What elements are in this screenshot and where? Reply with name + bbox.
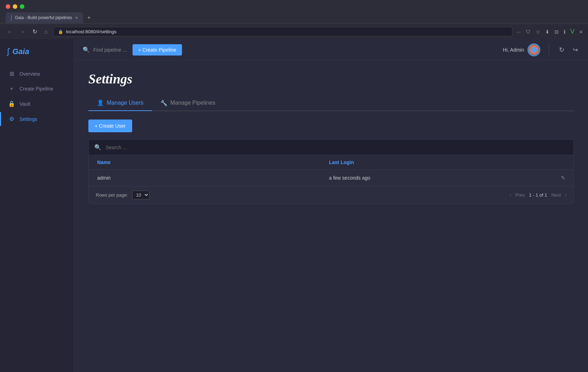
sidebar-item-label: Overview <box>19 71 40 77</box>
greeting-text: Hi, Admin <box>503 47 524 53</box>
browser-tabbar: ʃ Gaia - Build powerful pipelines ✕ + <box>0 12 588 24</box>
sidebar-item-settings[interactable]: ⚙ Settings <box>0 112 74 126</box>
browser-tab-active[interactable]: ʃ Gaia - Build powerful pipelines ✕ <box>6 12 83 23</box>
lock-icon: 🔒 <box>58 29 63 34</box>
tab-manage-users[interactable]: 👤 Manage Users <box>88 95 152 111</box>
header-refresh-button[interactable]: ↻ <box>558 45 566 55</box>
traffic-maximize[interactable] <box>20 4 24 9</box>
traffic-close[interactable] <box>6 4 10 9</box>
url-text: localhost:8080/#/settings <box>66 29 117 34</box>
app-header: 🔍 Find pipeline ... + Create Pipeline Hi… <box>74 39 588 60</box>
create-user-button-label: + Create User <box>95 123 126 129</box>
page-title: Settings <box>88 71 574 87</box>
column-header-last-login: Last Login <box>321 155 552 169</box>
create-pipeline-button-label: + Create Pipeline <box>138 47 176 53</box>
forward-button[interactable]: → <box>18 28 27 36</box>
table-header: Name Last Login <box>89 155 574 170</box>
next-button[interactable]: Next <box>551 192 561 198</box>
sidebar-item-label: Create Pipeline <box>19 86 53 92</box>
main-content: Settings 👤 Manage Users 🔧 Manage Pipelin… <box>74 60 588 372</box>
extensions-icon: ··· <box>517 29 521 35</box>
sidebar-item-vault[interactable]: 🔒 Vault <box>0 97 74 111</box>
prev-button[interactable]: Prev <box>515 192 525 198</box>
user-avatar[interactable] <box>528 43 540 56</box>
sidebar-nav: ⊞ Overview + Create Pipeline 🔒 Vault ⚙ S… <box>0 64 74 129</box>
manage-users-tab-label: Manage Users <box>107 100 143 106</box>
column-header-name: Name <box>89 155 321 169</box>
tabs-icon: ⊟ <box>554 29 559 35</box>
header-search[interactable]: 🔍 Find pipeline ... <box>83 46 127 53</box>
new-tab-button[interactable]: + <box>83 12 95 24</box>
tab-close-button[interactable]: ✕ <box>75 16 78 20</box>
overview-icon: ⊞ <box>8 70 15 77</box>
vault-icon: 🔒 <box>8 100 15 107</box>
sidebar-item-label: Settings <box>19 116 37 122</box>
info-icon: ℹ <box>564 29 565 35</box>
table-search-input[interactable] <box>106 145 568 150</box>
header-user: Hi, Admin <box>503 43 540 56</box>
table-row: admin a few seconds ago ✎ <box>89 170 574 186</box>
right-panel: 🔍 Find pipeline ... + Create Pipeline Hi… <box>74 39 588 372</box>
refresh-button[interactable]: ↻ <box>31 28 39 36</box>
prev-arrow-icon: ‹ <box>510 193 511 198</box>
browser-addressbar: ← → ↻ ⌂ 🔒 localhost:8080/#/settings ··· … <box>0 24 588 39</box>
pagination-info: 1 - 1 of 1 <box>529 192 547 198</box>
rows-per-page-select[interactable]: 10 25 50 <box>132 191 149 199</box>
menu-icon: ≡ <box>580 29 582 35</box>
manage-pipelines-tab-label: Manage Pipelines <box>170 100 215 106</box>
create-pipeline-button[interactable]: + Create Pipeline <box>133 44 182 56</box>
traffic-minimize[interactable] <box>13 4 17 9</box>
header-logout-button[interactable]: ↪ <box>571 45 580 55</box>
table-search[interactable]: 🔍 <box>89 140 574 155</box>
cell-name: admin <box>89 170 321 186</box>
logo-text: Gaia <box>12 47 29 56</box>
table-search-icon: 🔍 <box>94 144 101 151</box>
star-icon: ☆ <box>536 29 540 35</box>
cell-actions: ✎ <box>552 170 574 186</box>
browser-chrome: ʃ Gaia - Build powerful pipelines ✕ + ← … <box>0 0 588 39</box>
app-container: ʃ Gaia ⊞ Overview + Create Pipeline 🔒 Va… <box>0 39 588 372</box>
sidebar-logo[interactable]: ʃ Gaia <box>0 39 74 64</box>
manage-pipelines-tab-icon: 🔧 <box>160 100 167 106</box>
pagination-nav: ‹ Prev 1 - 1 of 1 Next › <box>510 192 566 198</box>
address-field[interactable]: 🔒 localhost:8080/#/settings <box>53 27 512 36</box>
create-user-button[interactable]: + Create User <box>88 120 132 132</box>
search-placeholder: Find pipeline ... <box>93 47 127 53</box>
sidebar: ʃ Gaia ⊞ Overview + Create Pipeline 🔒 Va… <box>0 39 74 372</box>
back-button[interactable]: ← <box>6 28 14 36</box>
header-divider <box>549 43 549 57</box>
table-pagination: Rows per page: 10 25 50 ‹ Prev 1 - 1 of … <box>89 186 574 204</box>
sidebar-item-overview[interactable]: ⊞ Overview <box>0 67 74 81</box>
edit-user-icon[interactable]: ✎ <box>561 175 565 181</box>
users-table-container: 🔍 Name Last Login admin a few seconds ag… <box>88 139 574 204</box>
rows-per-page-label: Rows per page: <box>96 192 128 198</box>
browser-extensions: ··· 🛡 ☆ ⬇ ⊟ ℹ V ≡ <box>517 28 582 35</box>
sidebar-item-label: Vault <box>19 101 30 107</box>
create-pipeline-icon: + <box>8 86 15 92</box>
tab-favicon-icon: ʃ <box>11 15 12 21</box>
tab-title: Gaia - Build powerful pipelines <box>15 15 72 20</box>
column-header-actions <box>552 155 574 169</box>
settings-tabs: 👤 Manage Users 🔧 Manage Pipelines <box>88 95 574 111</box>
cell-last-login: a few seconds ago <box>321 170 552 186</box>
avatar-image <box>529 45 539 55</box>
settings-icon: ⚙ <box>8 116 15 122</box>
search-icon: 🔍 <box>83 46 90 53</box>
manage-users-tab-icon: 👤 <box>97 99 104 106</box>
sidebar-item-create-pipeline[interactable]: + Create Pipeline <box>0 82 74 95</box>
home-button[interactable]: ⌂ <box>43 28 49 36</box>
shield-icon: 🛡 <box>526 29 531 35</box>
green-ext-icon: V <box>570 28 575 35</box>
tab-manage-pipelines[interactable]: 🔧 Manage Pipelines <box>152 95 224 111</box>
logo-icon: ʃ <box>7 47 10 56</box>
next-arrow-icon: › <box>565 193 566 198</box>
download-icon: ⬇ <box>545 29 549 35</box>
